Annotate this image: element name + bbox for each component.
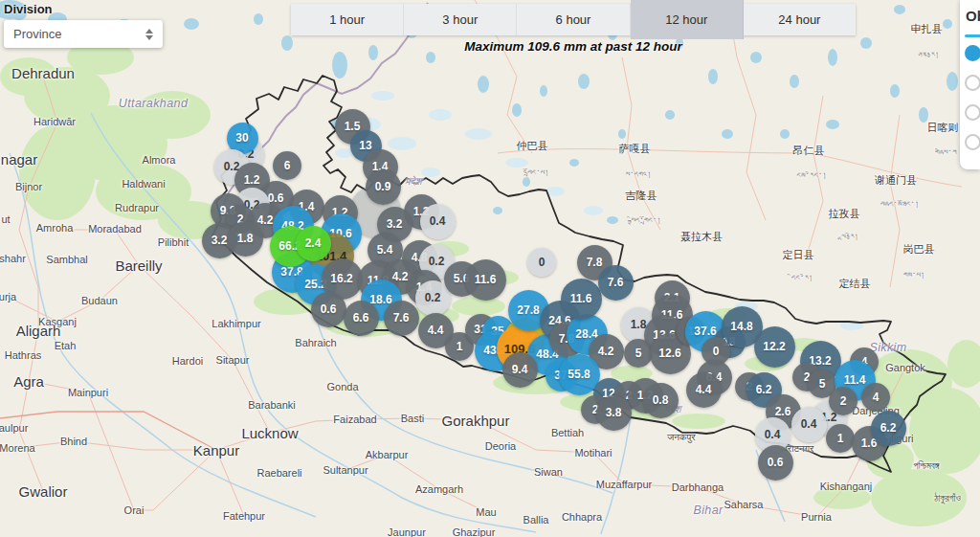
rain-marker[interactable]: 1.8 xyxy=(228,221,263,257)
tab-12-hour[interactable]: 12 hour xyxy=(631,0,744,39)
rain-marker[interactable]: 4.4 xyxy=(686,372,722,408)
rain-marker[interactable]: 1 xyxy=(826,424,855,453)
rain-marker[interactable]: 11.6 xyxy=(561,279,602,320)
panel-title: Ob xyxy=(966,8,980,24)
rain-marker[interactable]: 2 xyxy=(829,387,858,415)
rain-marker[interactable]: 12.2 xyxy=(754,326,795,368)
chevron-updown-icon xyxy=(145,29,153,40)
panel-radio-off[interactable] xyxy=(965,104,980,121)
rain-marker[interactable]: 0.8 xyxy=(643,383,679,418)
division-label: Division xyxy=(4,2,163,16)
rain-marker[interactable]: 11.6 xyxy=(465,259,506,301)
rain-marker[interactable]: 0.4 xyxy=(791,407,827,442)
rainfall-watch-app: DehradunHaridwārUttarakhandnagarBijnorAl… xyxy=(0,0,980,537)
rain-marker[interactable]: 7.6 xyxy=(598,265,634,301)
tab-6-hour[interactable]: 6 hour xyxy=(517,4,630,35)
rain-marker[interactable]: 6.2 xyxy=(871,411,906,446)
tab-24-hour[interactable]: 24 hour xyxy=(744,4,856,35)
rain-marker[interactable]: 0.4 xyxy=(420,204,456,239)
tab-3-hour[interactable]: 3 hour xyxy=(404,4,517,35)
rain-marker[interactable]: 0 xyxy=(527,248,556,277)
max-rainfall-caption: Maximum 109.6 mm at past 12 hour xyxy=(291,39,856,54)
duration-tabs: 1 hour3 hour6 hour12 hour24 hour xyxy=(291,4,856,35)
layers-panel: Ob xyxy=(960,0,980,169)
panel-radio-off[interactable] xyxy=(965,134,980,150)
rain-marker[interactable]: 9.4 xyxy=(502,352,538,388)
tab-1-hour[interactable]: 1 hour xyxy=(291,4,404,35)
panel-toggle-group xyxy=(965,45,980,150)
rain-marker[interactable]: 0.9 xyxy=(366,169,401,205)
division-control: Division Province xyxy=(4,2,163,48)
division-select-value: Province xyxy=(13,27,62,41)
rain-marker[interactable]: 6.6 xyxy=(344,301,379,336)
rain-marker[interactable]: 0.6 xyxy=(758,445,793,481)
rain-marker[interactable]: 5 xyxy=(624,339,653,368)
rain-marker[interactable]: 7.6 xyxy=(384,301,419,336)
panel-radio-on[interactable] xyxy=(965,45,980,61)
rain-marker[interactable]: 4 xyxy=(861,383,890,412)
rain-marker[interactable]: 0.6 xyxy=(311,292,346,327)
rain-markers-layer: 1.5131.40.90.2300.261.20.60.21.41.21.23.… xyxy=(0,0,980,537)
rain-marker[interactable]: 6 xyxy=(273,151,301,180)
panel-title-underline xyxy=(965,34,980,37)
panel-radio-off[interactable] xyxy=(965,75,980,91)
rain-marker[interactable]: 3.8 xyxy=(596,395,632,431)
division-select[interactable]: Province xyxy=(4,20,163,48)
rain-marker[interactable]: 2.4 xyxy=(296,226,331,261)
